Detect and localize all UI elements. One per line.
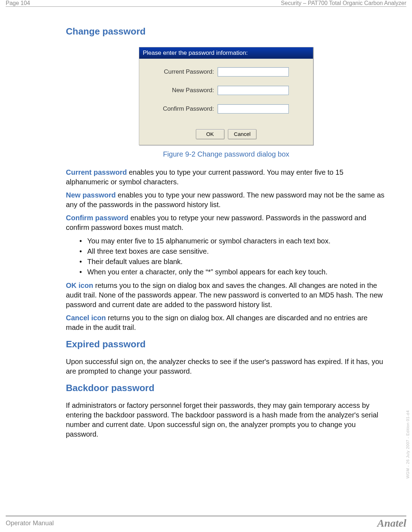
change-password-dialog: Please enter the password information: C…	[139, 47, 313, 145]
para-confirm-password: Confirm password enables you to retype y…	[66, 213, 386, 232]
page: Page 104 Security – PAT700 Total Organic…	[0, 0, 412, 532]
para-backdoor-password: If administrators or factory personnel f…	[66, 401, 386, 439]
heading-expired-password: Expired password	[66, 339, 386, 350]
input-new-password[interactable]	[218, 86, 289, 95]
list-item: When you enter a character, only the “*”…	[66, 267, 386, 277]
lead-current-password: Current password	[66, 168, 127, 176]
lead-confirm-password: Confirm password	[66, 214, 129, 222]
para-ok-icon: OK icon returns you to the sign on dialo…	[66, 281, 386, 310]
text-ok-icon: returns you to the sign on dialog box an…	[66, 281, 383, 309]
para-new-password: New password enables you to type your ne…	[66, 190, 386, 210]
input-confirm-password[interactable]	[218, 104, 289, 114]
label-new-password: New Password:	[146, 87, 218, 94]
header-rule	[6, 6, 406, 7]
list-item: You may enter five to 15 alphanumeric or…	[66, 236, 386, 246]
dialog-body: Current Password: New Password: Confirm …	[139, 59, 313, 126]
list-item: Their default values are blank.	[66, 257, 386, 267]
lead-cancel-icon: Cancel icon	[66, 314, 106, 322]
row-confirm-password: Confirm Password:	[146, 104, 306, 114]
side-revision-text: WGM - 26 July 2007 - Edition 01-d4	[406, 410, 410, 479]
header-document-title: Security – PAT700 Total Organic Carbon A…	[281, 0, 406, 6]
row-current-password: Current Password:	[146, 67, 306, 77]
lead-new-password: New password	[66, 191, 116, 199]
content-area: Change password Please enter the passwor…	[66, 20, 386, 443]
heading-backdoor-password: Backdoor password	[66, 383, 386, 394]
dialog-button-row: OK Cancel	[139, 126, 313, 145]
row-new-password: New Password:	[146, 86, 306, 95]
ok-button[interactable]: OK	[196, 129, 224, 139]
figure-caption: Figure 9-2 Change password dialog box	[66, 150, 386, 158]
list-item: All three text boxes are case sensitive.	[66, 246, 386, 257]
cancel-button[interactable]: Cancel	[228, 129, 256, 139]
dialog-figure: Please enter the password information: C…	[66, 47, 386, 145]
para-cancel-icon: Cancel icon returns you to the sign on d…	[66, 313, 386, 332]
heading-change-password: Change password	[66, 26, 386, 37]
footer-rule	[6, 516, 406, 516]
lead-ok-icon: OK icon	[66, 281, 93, 289]
bullet-list: You may enter five to 15 alphanumeric or…	[66, 236, 386, 277]
input-current-password[interactable]	[218, 67, 289, 77]
text-cancel-icon: returns you to the sign on dialog box. A…	[66, 314, 367, 331]
footer-left: Operator Manual	[6, 520, 54, 527]
para-current-password: Current password enables you to type you…	[66, 168, 386, 187]
para-expired-password: Upon successful sign on, the analyzer ch…	[66, 357, 386, 376]
header-page-number: Page 104	[6, 0, 30, 6]
footer-brand: Anatel	[377, 517, 406, 529]
label-current-password: Current Password:	[146, 68, 218, 75]
dialog-titlebar: Please enter the password information:	[139, 47, 313, 59]
label-confirm-password: Confirm Password:	[146, 105, 218, 112]
